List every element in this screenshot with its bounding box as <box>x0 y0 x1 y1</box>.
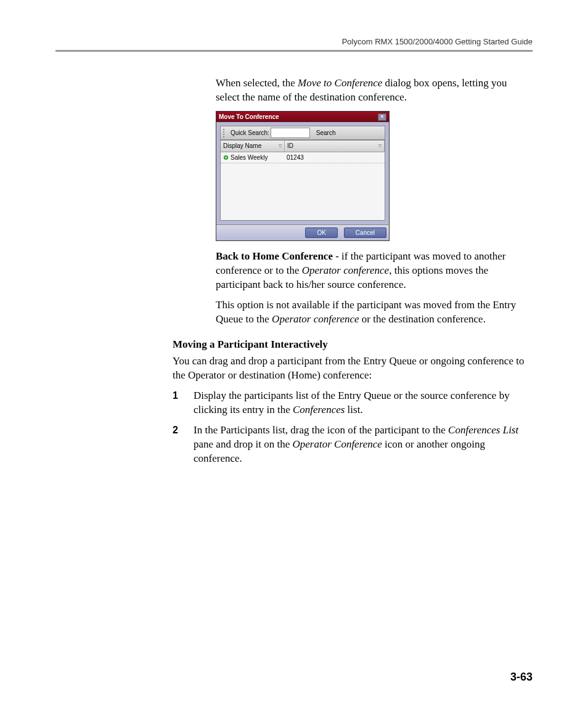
svg-point-1 <box>225 157 227 158</box>
step2-a: In the Participants list, drag the icon … <box>194 424 448 436</box>
table-row[interactable]: Sales Weekly 01243 <box>221 152 385 164</box>
intro-text-a: When selected, the <box>216 77 298 89</box>
step-body: In the Participants list, drag the icon … <box>194 424 533 466</box>
dialog-toolbar: Quick Search: Search <box>220 126 385 140</box>
step1-b: list. <box>345 404 362 415</box>
step2-b: pane and drop it on the <box>194 438 293 450</box>
step-number: 1 <box>173 389 194 417</box>
steps-list: 1 Display the participants list of the E… <box>173 389 533 466</box>
dialog-screenshot: Move To Conference × Quick Search: Searc… <box>216 111 533 242</box>
list-item: 2 In the Participants list, drag the ico… <box>173 424 533 466</box>
column-id[interactable]: ID ▽ <box>285 141 385 152</box>
dialog-title: Move To Conference <box>219 113 279 121</box>
step1-em: Conferences <box>293 404 345 415</box>
back-home-p2-em: Operator conference <box>272 313 359 325</box>
dialog-body: Quick Search: Search Display Name ▽ ID <box>216 122 389 224</box>
list-item: 1 Display the participants list of the E… <box>173 389 533 417</box>
step2-em2: Operator Conference <box>293 438 382 450</box>
back-home-paragraph-2: This option is not available if the part… <box>216 298 533 327</box>
dialog-button-bar: OK Cancel <box>216 224 389 241</box>
page-number: 3-63 <box>510 671 533 684</box>
back-home-heading: Back to Home Conference <box>216 250 333 262</box>
quick-search-label: Quick Search: <box>231 129 269 137</box>
conference-grid: Display Name ▽ ID ▽ <box>220 140 385 221</box>
cell-id: 01243 <box>284 152 385 163</box>
toolbar-grip-icon <box>223 129 227 137</box>
back-home-p1-em: Operator conference <box>302 264 389 276</box>
back-home-paragraph-1: Back to Home Conference - if the partici… <box>216 250 533 292</box>
close-icon[interactable]: × <box>378 113 386 121</box>
sort-indicator-icon: ▽ <box>378 143 382 149</box>
cell-display-name: Sales Weekly <box>221 152 284 163</box>
sort-indicator-icon: ▽ <box>279 143 282 149</box>
moving-intro: You can drag and drop a participant from… <box>173 354 533 383</box>
row-name-text: Sales Weekly <box>231 153 267 162</box>
column-display-name[interactable]: Display Name ▽ <box>221 141 285 152</box>
ok-button[interactable]: OK <box>305 227 337 239</box>
page-header: Polycom RMX 1500/2000/4000 Getting Start… <box>55 37 533 46</box>
dialog-titlebar: Move To Conference × <box>216 112 389 123</box>
column-display-name-label: Display Name <box>223 142 261 150</box>
intro-em: Move to Conference <box>298 77 382 89</box>
search-button[interactable]: Search <box>312 129 340 137</box>
column-id-label: ID <box>287 142 293 150</box>
header-rule <box>55 50 533 52</box>
step-body: Display the participants list of the Ent… <box>194 389 533 417</box>
grid-body: Sales Weekly 01243 <box>221 152 385 220</box>
quick-search-input[interactable] <box>271 128 310 138</box>
grid-header: Display Name ▽ ID ▽ <box>221 141 385 152</box>
moving-heading: Moving a Participant Interactively <box>173 338 533 352</box>
back-home-p2b: or the destination conference. <box>359 313 486 325</box>
step2-em1: Conferences List <box>448 424 518 436</box>
cancel-button[interactable]: Cancel <box>344 227 386 239</box>
step-number: 2 <box>173 424 194 466</box>
intro-paragraph: When selected, the Move to Conference di… <box>216 76 533 105</box>
conference-icon <box>223 155 229 160</box>
move-to-conference-dialog: Move To Conference × Quick Search: Searc… <box>216 111 390 242</box>
